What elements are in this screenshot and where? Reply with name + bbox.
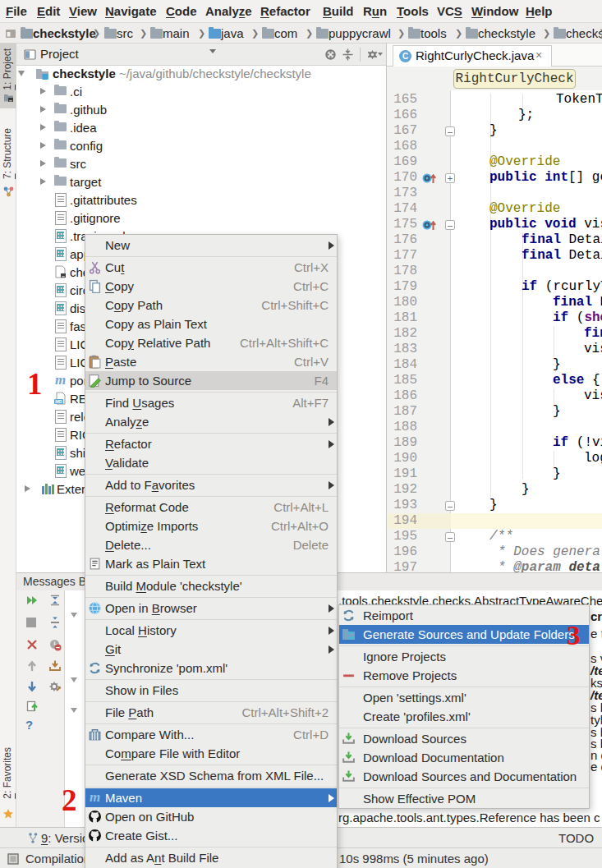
svg-text:MD: MD — [55, 399, 62, 404]
